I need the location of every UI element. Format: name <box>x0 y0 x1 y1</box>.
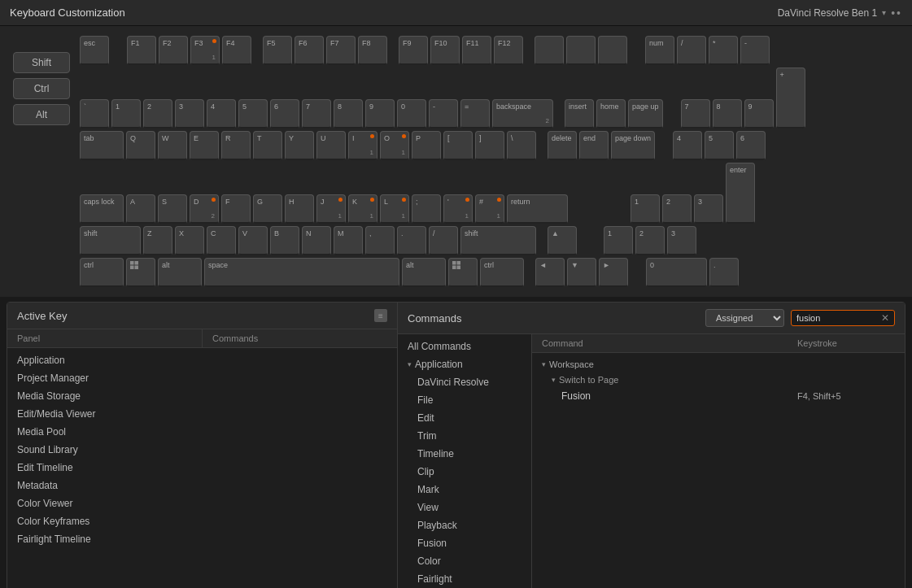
key-backtick[interactable]: ` <box>80 99 109 128</box>
key-f6[interactable]: F6 <box>295 36 324 65</box>
key-6[interactable]: 6 <box>270 99 299 128</box>
key-delete[interactable]: delete <box>548 131 577 160</box>
key-backslash[interactable]: \ <box>507 131 536 160</box>
key-numplus[interactable]: + <box>776 68 805 128</box>
key-minus[interactable]: - <box>429 99 458 128</box>
panel-list-item[interactable]: Project Manager <box>7 369 397 387</box>
key-esc[interactable]: esc <box>80 36 109 65</box>
key-period[interactable]: . <box>397 226 426 255</box>
key-f11[interactable]: F11 <box>462 36 491 65</box>
key-semicolon[interactable]: ; <box>412 194 441 224</box>
key-end[interactable]: end <box>579 131 609 160</box>
key-left[interactable]: ◄ <box>535 258 565 287</box>
key-quote[interactable]: '1 <box>443 194 473 224</box>
shift-modifier[interactable]: Shift <box>13 52 70 73</box>
key-3[interactable]: 3 <box>175 99 204 128</box>
key-return[interactable]: return <box>507 194 568 224</box>
key-rctrl[interactable]: ctrl <box>480 258 524 287</box>
search-input[interactable] <box>796 313 878 323</box>
key-pgup[interactable]: page up <box>628 99 663 128</box>
key-num6[interactable]: 6 <box>736 131 766 160</box>
key-lshift[interactable]: shift <box>80 226 141 255</box>
tree-application[interactable]: ▾Application <box>398 355 531 373</box>
key-pgdn[interactable]: page down <box>611 131 655 160</box>
key-num2b[interactable]: 2 <box>635 226 665 255</box>
key-num2[interactable]: 2 <box>662 194 692 224</box>
profile-dropdown-icon[interactable]: ▾ <box>882 8 886 17</box>
key-f7[interactable]: F7 <box>326 36 356 65</box>
key-f5[interactable]: F5 <box>263 36 292 65</box>
key-down[interactable]: ▼ <box>567 258 596 287</box>
key-numenter[interactable]: enter <box>726 163 755 224</box>
key-num9[interactable]: 9 <box>744 99 774 128</box>
tree-item-child[interactable]: Fairlight <box>398 570 531 588</box>
key-right[interactable]: ► <box>599 258 628 287</box>
tree-item-child[interactable]: Clip <box>398 463 531 481</box>
key-t[interactable]: T <box>253 131 282 160</box>
key-numminus[interactable]: - <box>740 36 770 65</box>
key-f8[interactable]: F8 <box>358 36 387 65</box>
commands-filter[interactable]: AllAssignedUnassigned <box>705 309 784 327</box>
key-4[interactable]: 4 <box>207 99 236 128</box>
key-z[interactable]: Z <box>143 226 172 255</box>
key-num1[interactable]: 1 <box>631 194 660 224</box>
key-h[interactable]: H <box>285 194 314 224</box>
key-f10[interactable]: F10 <box>430 36 460 65</box>
ctrl-modifier[interactable]: Ctrl <box>13 78 70 99</box>
key-1[interactable]: 1 <box>111 99 141 128</box>
key-5[interactable]: 5 <box>238 99 268 128</box>
key-n[interactable]: N <box>302 226 331 255</box>
tree-item-child[interactable]: DaVinci Resolve <box>398 373 531 391</box>
key-j[interactable]: J1 <box>316 194 346 224</box>
key-slash[interactable]: / <box>429 226 458 255</box>
panel-list-item[interactable]: Fairlight Timeline <box>7 530 397 548</box>
key-lwin[interactable] <box>126 258 155 287</box>
panel-list-item[interactable]: Application <box>7 351 397 369</box>
key-rshift[interactable]: shift <box>460 226 536 255</box>
key-tab[interactable]: tab <box>80 131 124 160</box>
key-7[interactable]: 7 <box>302 99 331 128</box>
key-num3b[interactable]: 3 <box>667 226 696 255</box>
titlebar-more-icon[interactable]: •• <box>891 7 902 20</box>
key-hash[interactable]: #1 <box>475 194 504 224</box>
tree-item-child[interactable]: Timeline <box>398 445 531 463</box>
key-l[interactable]: L1 <box>380 194 409 224</box>
key-v[interactable]: V <box>238 226 268 255</box>
key-8[interactable]: 8 <box>334 99 363 128</box>
tree-item-child[interactable]: Edit <box>398 409 531 427</box>
key-up[interactable]: ▲ <box>548 226 577 255</box>
panel-list-item[interactable]: Edit/Media Viewer <box>7 405 397 423</box>
key-lbracket[interactable]: [ <box>443 131 473 160</box>
tree-all-commands[interactable]: All Commands <box>398 338 531 355</box>
panel-list-item[interactable]: Sound Library <box>7 441 397 459</box>
key-numstar[interactable]: * <box>709 36 738 65</box>
key-i[interactable]: I1 <box>348 131 377 160</box>
result-item[interactable]: FusionF4, Shift+5 <box>532 387 905 405</box>
key-f12[interactable]: F12 <box>494 36 523 65</box>
key-rwin[interactable] <box>448 258 478 287</box>
key-capslock[interactable]: caps lock <box>80 194 124 224</box>
search-clear-icon[interactable]: ✕ <box>881 312 889 324</box>
key-scroll[interactable] <box>566 36 596 65</box>
key-num4[interactable]: 4 <box>673 131 702 160</box>
tree-item-child[interactable]: Color <box>398 552 531 570</box>
key-numslash[interactable]: / <box>677 36 706 65</box>
key-num8[interactable]: 8 <box>713 99 742 128</box>
key-space[interactable]: space <box>204 258 399 287</box>
key-b[interactable]: B <box>270 226 299 255</box>
key-num0[interactable]: 0 <box>646 258 707 287</box>
key-r[interactable]: R <box>221 131 251 160</box>
key-c[interactable]: C <box>207 226 236 255</box>
key-9[interactable]: 9 <box>365 99 395 128</box>
key-ralt[interactable]: alt <box>402 258 446 287</box>
key-m[interactable]: M <box>334 226 363 255</box>
key-a[interactable]: A <box>126 194 155 224</box>
key-numdot[interactable]: . <box>709 258 739 287</box>
key-f2[interactable]: F2 <box>159 36 188 65</box>
tree-item-child[interactable]: Mark <box>398 481 531 499</box>
key-o[interactable]: O1 <box>380 131 409 160</box>
key-k[interactable]: K1 <box>348 194 377 224</box>
key-lalt[interactable]: alt <box>158 258 202 287</box>
panel-list-item[interactable]: Metadata <box>7 477 397 494</box>
key-lctrl[interactable]: ctrl <box>80 258 124 287</box>
